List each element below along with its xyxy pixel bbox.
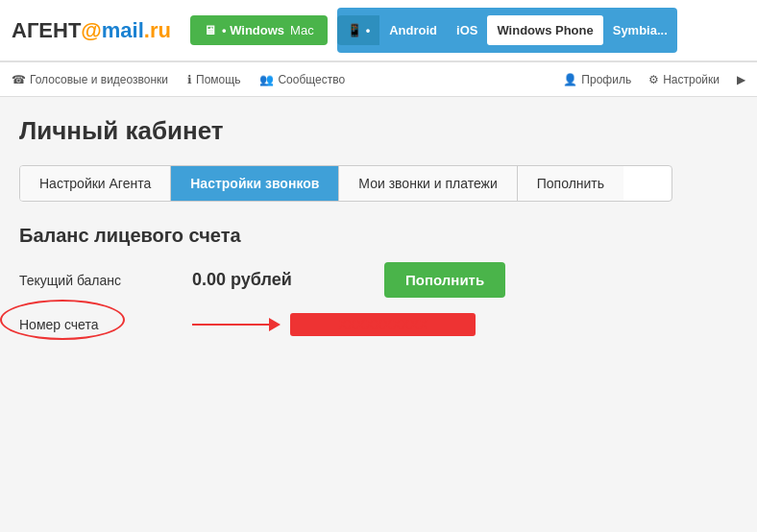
tab-agent-settings[interactable]: Настройки Агента	[20, 166, 171, 201]
subnav-settings[interactable]: ⚙ Настройки	[648, 73, 720, 86]
bullet-label: •	[366, 23, 371, 37]
arrow-container	[192, 318, 281, 331]
subnav: ☎ Голосовые и видеозвонки ℹ Помощь 👥 Соо…	[0, 62, 757, 97]
logo: АГЕНТ@mail.ru	[12, 18, 171, 43]
subnav-help-label: Помощь	[196, 73, 240, 86]
symbian-label[interactable]: Symbia...	[603, 15, 677, 45]
subnav-calls[interactable]: ☎ Голосовые и видеозвонки	[12, 73, 168, 86]
account-number-redacted: XXXXXXXXXX	[290, 313, 476, 336]
arrow-head	[269, 318, 281, 331]
logo-tld: .ru	[144, 18, 171, 43]
tab-my-calls[interactable]: Мои звонки и платежи	[339, 166, 517, 201]
tabs-container: Настройки Агента Настройки звонков Мои з…	[19, 165, 672, 202]
android-label[interactable]: Android	[379, 15, 447, 45]
user-icon: 👤	[563, 73, 577, 86]
header: АГЕНТ@mail.ru 🖥 • Windows Mac 📱 • Androi…	[0, 0, 757, 62]
main-content: Личный кабинет Настройки Агента Настройк…	[0, 97, 757, 355]
windows-label: • Windows	[222, 23, 284, 37]
subnav-profile-label: Профиль	[581, 73, 631, 86]
subnav-calls-label: Голосовые и видеозвонки	[30, 73, 168, 86]
monitor-icon: 🖥	[204, 23, 216, 37]
phone-nav-icon: ☎	[12, 73, 26, 86]
arrow-line	[192, 324, 269, 326]
page-title: Личный кабинет	[19, 116, 738, 146]
ios-label[interactable]: iOS	[447, 15, 487, 45]
balance-amount: 0.00 рублей	[192, 270, 384, 290]
section-title: Баланс лицевого счета	[19, 225, 738, 247]
community-icon: 👥	[259, 73, 274, 86]
windows-phone-label[interactable]: Windows Phone	[487, 15, 602, 45]
balance-row: Текущий баланс 0.00 рублей Пополнить	[19, 262, 738, 298]
subnav-right: 👤 Профиль ⚙ Настройки ▶	[563, 73, 745, 86]
phone-icon: 📱	[347, 23, 362, 37]
logo-at: @	[81, 18, 101, 43]
help-icon: ℹ	[187, 73, 192, 86]
account-row: Номер счета XXXXXXXXXX	[19, 313, 738, 336]
mac-label: Mac	[290, 23, 314, 37]
tab-call-settings[interactable]: Настройки звонков	[171, 166, 339, 201]
subnav-profile[interactable]: 👤 Профиль	[563, 73, 631, 86]
desktop-nav-button[interactable]: 🖥 • Windows Mac	[190, 15, 328, 45]
subnav-settings-label: Настройки	[663, 73, 720, 86]
more-icon: ▶	[737, 73, 745, 86]
gear-icon: ⚙	[648, 73, 659, 86]
balance-label: Текущий баланс	[19, 273, 192, 288]
subnav-more[interactable]: ▶	[737, 73, 745, 86]
logo-mail: mail	[102, 18, 144, 43]
logo-prefix: АГЕНТ	[12, 18, 81, 43]
tab-topup[interactable]: Пополнить	[518, 166, 623, 201]
account-label: Номер счета	[19, 317, 173, 332]
mobile-nav-button[interactable]: 📱 • Android iOS Windows Phone Symbia...	[337, 8, 677, 53]
topup-button[interactable]: Пополнить	[384, 262, 505, 298]
subnav-community-label: Сообщество	[278, 73, 345, 86]
subnav-help[interactable]: ℹ Помощь	[187, 73, 240, 86]
subnav-community[interactable]: 👥 Сообщество	[259, 73, 345, 86]
mobile-icon-area: 📱 •	[337, 15, 380, 45]
